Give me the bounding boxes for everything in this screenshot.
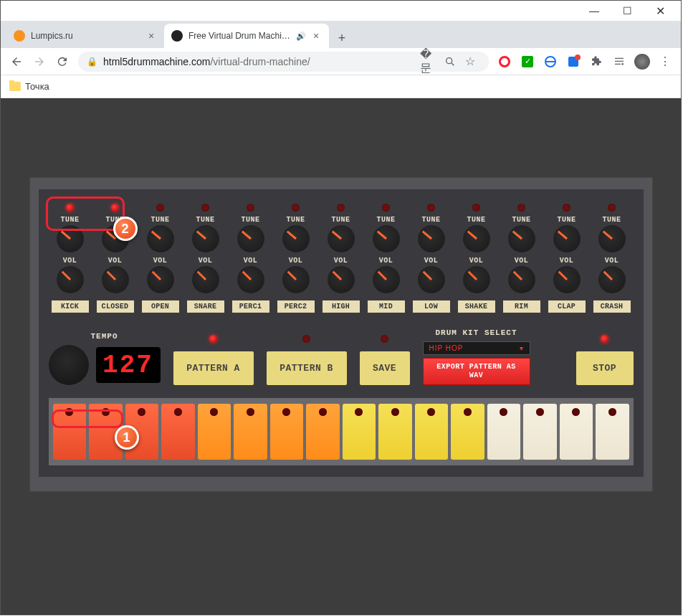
tune-label: TUNE bbox=[241, 216, 259, 224]
zoom-icon[interactable] bbox=[440, 52, 460, 72]
step-pad-3[interactable] bbox=[125, 404, 159, 460]
vol-label: VOL bbox=[334, 257, 348, 265]
ext-globe-icon[interactable] bbox=[540, 52, 560, 72]
channel-name-button[interactable]: CLOSED bbox=[97, 300, 134, 313]
extensions-icon[interactable] bbox=[586, 52, 606, 72]
led-icon bbox=[337, 204, 345, 212]
pattern-a-button[interactable]: PATTERN A bbox=[173, 351, 254, 385]
vol-knob[interactable] bbox=[192, 266, 219, 293]
tune-knob[interactable] bbox=[57, 225, 84, 252]
step-pad-13[interactable] bbox=[487, 404, 521, 460]
ext-opera-icon[interactable] bbox=[495, 52, 515, 72]
vol-knob[interactable] bbox=[553, 266, 581, 293]
tune-knob[interactable] bbox=[418, 225, 445, 252]
tune-knob[interactable] bbox=[508, 225, 535, 252]
vol-knob[interactable] bbox=[463, 266, 490, 293]
tune-knob[interactable] bbox=[282, 225, 310, 252]
tune-knob[interactable] bbox=[373, 225, 400, 252]
tab-drum-machine[interactable]: Free Virtual Drum Machine, L 🔊 × bbox=[164, 24, 329, 48]
star-icon[interactable]: ☆ bbox=[460, 52, 480, 72]
channel-name-button[interactable]: HIGH bbox=[323, 300, 360, 313]
export-button[interactable]: EXPORT PATTERN AS WAV bbox=[423, 358, 530, 385]
step-pad-9[interactable] bbox=[343, 404, 376, 460]
pattern-b-button[interactable]: PATTERN B bbox=[267, 351, 347, 385]
tune-label: TUNE bbox=[421, 216, 440, 224]
channel-name-button[interactable]: SNARE bbox=[187, 300, 224, 313]
ext-check-icon[interactable]: ✓ bbox=[517, 52, 538, 72]
vol-knob[interactable] bbox=[237, 266, 264, 293]
vol-knob[interactable] bbox=[57, 266, 84, 293]
led-icon bbox=[427, 204, 435, 212]
tab-close-icon[interactable]: × bbox=[310, 30, 322, 42]
vol-knob[interactable] bbox=[282, 266, 310, 293]
vol-label: VOL bbox=[63, 257, 77, 265]
tune-knob[interactable] bbox=[192, 225, 219, 252]
step-pad-1[interactable] bbox=[53, 404, 87, 460]
channel-name-button[interactable]: CRASH bbox=[593, 300, 631, 313]
window-maximize-button[interactable]: ☐ bbox=[611, 1, 644, 21]
tune-knob[interactable] bbox=[237, 225, 264, 252]
channel-name-button[interactable]: MID bbox=[368, 300, 405, 313]
channel-name-button[interactable]: PERC2 bbox=[277, 300, 315, 313]
save-button[interactable]: SAVE bbox=[360, 351, 410, 385]
reload-button[interactable] bbox=[52, 52, 72, 72]
vol-knob[interactable] bbox=[328, 266, 355, 293]
channel-name-button[interactable]: KICK bbox=[52, 300, 89, 313]
channel-name-button[interactable]: PERC1 bbox=[232, 300, 269, 313]
forward-button[interactable] bbox=[29, 52, 49, 72]
step-pad-4[interactable] bbox=[161, 404, 195, 460]
step-pad-6[interactable] bbox=[234, 404, 267, 460]
step-pad-16[interactable] bbox=[596, 404, 629, 460]
vol-knob[interactable] bbox=[418, 266, 445, 293]
step-pad-8[interactable] bbox=[306, 404, 340, 460]
tune-knob[interactable] bbox=[102, 225, 129, 252]
step-pad-2[interactable] bbox=[89, 404, 123, 460]
channel-name-button[interactable]: CLAP bbox=[548, 300, 586, 313]
step-pad-15[interactable] bbox=[560, 404, 593, 460]
led-icon bbox=[517, 204, 525, 212]
led-icon bbox=[427, 408, 435, 416]
step-pad-7[interactable] bbox=[270, 404, 304, 460]
tab-lumpics[interactable]: Lumpics.ru × bbox=[6, 24, 164, 48]
ext-cube-icon[interactable] bbox=[563, 52, 583, 72]
bookmark-folder[interactable]: Точка bbox=[9, 81, 49, 92]
tune-label: TUNE bbox=[557, 216, 575, 224]
vol-knob[interactable] bbox=[102, 266, 129, 293]
media-icon[interactable] bbox=[609, 52, 629, 72]
tab-title: Free Virtual Drum Machine, L bbox=[188, 31, 293, 41]
window-close-button[interactable]: ✕ bbox=[644, 1, 677, 21]
step-pad-14[interactable] bbox=[523, 404, 557, 460]
window-minimize-button[interactable]: — bbox=[578, 1, 611, 21]
vol-label: VOL bbox=[108, 257, 123, 265]
tune-knob[interactable] bbox=[463, 225, 490, 252]
led-icon bbox=[572, 408, 580, 416]
back-button[interactable] bbox=[6, 52, 27, 72]
step-pad-12[interactable] bbox=[451, 404, 484, 460]
tune-knob[interactable] bbox=[147, 225, 174, 252]
vol-knob[interactable] bbox=[373, 266, 400, 293]
channel-name-button[interactable]: LOW bbox=[413, 300, 450, 313]
step-pad-11[interactable] bbox=[415, 404, 449, 460]
channel-name-button[interactable]: OPEN bbox=[142, 300, 179, 313]
audio-icon[interactable]: 🔊 bbox=[296, 32, 307, 41]
tune-knob[interactable] bbox=[598, 225, 626, 252]
tune-knob[interactable] bbox=[553, 225, 581, 252]
tune-knob[interactable] bbox=[328, 225, 355, 252]
menu-icon[interactable]: ⋮ bbox=[655, 52, 675, 72]
stop-button[interactable]: STOP bbox=[576, 351, 634, 385]
tab-close-icon[interactable]: × bbox=[145, 30, 157, 42]
led-icon bbox=[247, 204, 254, 212]
vol-knob[interactable] bbox=[508, 266, 535, 293]
address-bar[interactable]: 🔒 html5drummachine.com/virtual-drum-mach… bbox=[78, 52, 489, 72]
step-pad-5[interactable] bbox=[198, 404, 231, 460]
translate-icon[interactable]: �문 bbox=[420, 52, 440, 72]
vol-knob[interactable] bbox=[147, 266, 174, 293]
profile-icon[interactable] bbox=[632, 52, 652, 72]
vol-knob[interactable] bbox=[598, 266, 626, 293]
channel-name-button[interactable]: RIM bbox=[503, 300, 540, 313]
tempo-knob[interactable] bbox=[49, 345, 89, 385]
new-tab-button[interactable]: + bbox=[332, 28, 352, 48]
kit-select[interactable]: HIP HOP ▾ bbox=[423, 341, 530, 355]
channel-name-button[interactable]: SHAKE bbox=[458, 300, 495, 313]
step-pad-10[interactable] bbox=[378, 404, 412, 460]
